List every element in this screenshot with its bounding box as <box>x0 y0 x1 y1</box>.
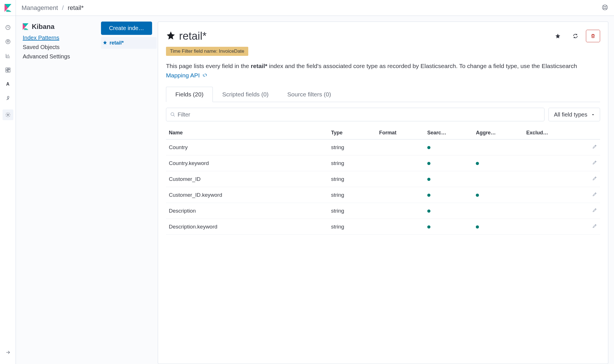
search-icon <box>170 112 175 117</box>
table-row: Descriptionstring <box>166 203 600 219</box>
index-pattern-detail: retail* Time Filter field <box>158 22 608 364</box>
field-type-select[interactable]: All field types <box>548 108 600 121</box>
field-format <box>376 203 424 219</box>
col-name[interactable]: Name <box>166 126 328 139</box>
help-icon[interactable] <box>602 4 608 12</box>
table-row: Countrystring <box>166 139 600 155</box>
field-searchable <box>424 187 473 203</box>
edit-field-button[interactable] <box>592 192 597 198</box>
field-type: string <box>328 171 377 187</box>
time-filter-badge: Time Filter field name: InvoiceDate <box>166 47 248 56</box>
field-aggregatable <box>473 219 523 235</box>
filter-input[interactable] <box>178 111 540 118</box>
mapping-api-link[interactable]: Mapping API <box>166 72 200 79</box>
col-excluded[interactable]: Exclud… <box>523 126 578 139</box>
collapse-icon[interactable] <box>5 349 11 355</box>
field-searchable <box>424 203 473 219</box>
edit-field-button[interactable] <box>592 224 597 230</box>
field-type: string <box>328 187 377 203</box>
dot-icon <box>476 225 479 228</box>
topbar: Management / retail* <box>16 0 614 16</box>
delete-button[interactable] <box>586 30 600 42</box>
field-excluded <box>523 203 578 219</box>
desc-mid: index and the field's associated core ty… <box>267 63 577 69</box>
tabs: Fields (20) Scripted fields (0) Source f… <box>166 87 600 102</box>
field-format <box>376 171 424 187</box>
col-format[interactable]: Format <box>376 126 424 139</box>
filter-input-wrap[interactable] <box>166 108 544 121</box>
fields-table: Name Type Format Searc… Aggre… Exclud… C… <box>166 126 600 235</box>
table-row: Customer_ID.keywordstring <box>166 187 600 203</box>
description-text: This page lists every field in the retai… <box>166 62 600 80</box>
star-filled-icon <box>166 31 176 41</box>
dot-icon <box>476 194 479 197</box>
field-name: Customer_ID <box>166 171 328 187</box>
field-aggregatable <box>473 139 523 155</box>
set-default-button[interactable] <box>551 30 565 42</box>
col-aggregatable[interactable]: Aggre… <box>473 126 523 139</box>
pattern-item-retail[interactable]: retail* <box>101 37 157 49</box>
field-format <box>376 219 424 235</box>
field-searchable <box>424 139 473 155</box>
management-icon[interactable] <box>3 109 13 120</box>
sidebar-link-advanced-settings[interactable]: Advanced Settings <box>23 53 95 60</box>
tab-source-filters[interactable]: Source filters (0) <box>278 87 340 102</box>
devtools-icon[interactable] <box>5 95 11 101</box>
field-aggregatable <box>473 187 523 203</box>
sidebar-link-saved-objects[interactable]: Saved Objects <box>23 44 95 50</box>
field-name: Description.keyword <box>166 219 328 235</box>
svg-rect-4 <box>8 69 10 72</box>
svg-rect-3 <box>8 68 10 69</box>
breadcrumb-current: retail* <box>68 4 84 12</box>
pattern-item-label: retail* <box>110 40 124 46</box>
field-aggregatable <box>473 155 523 171</box>
field-excluded <box>523 219 578 235</box>
svg-point-9 <box>171 113 174 116</box>
field-excluded <box>523 155 578 171</box>
field-type: string <box>328 219 377 235</box>
breadcrumb-root[interactable]: Management <box>22 4 58 12</box>
recent-icon[interactable] <box>5 24 11 31</box>
create-index-pattern-button[interactable]: Create inde… <box>101 22 152 35</box>
page-title: retail* <box>179 30 207 42</box>
svg-rect-2 <box>6 68 8 70</box>
star-icon <box>103 40 107 46</box>
icon-rail: A <box>0 0 16 364</box>
edit-field-button[interactable] <box>592 160 597 166</box>
field-name: Country.keyword <box>166 155 328 171</box>
apm-icon[interactable]: A <box>5 81 11 87</box>
col-searchable[interactable]: Searc… <box>424 126 473 139</box>
table-row: Customer_IDstring <box>166 171 600 187</box>
desc-pre: This page lists every field in the <box>166 63 251 69</box>
kibana-logo[interactable] <box>0 0 16 16</box>
type-select-label: All field types <box>554 111 587 118</box>
sidebar-link-index-patterns[interactable]: Index Patterns <box>23 35 95 41</box>
field-name: Description <box>166 203 328 219</box>
refresh-button[interactable] <box>568 30 583 42</box>
svg-point-6 <box>7 114 9 116</box>
field-aggregatable <box>473 203 523 219</box>
field-type: string <box>328 203 377 219</box>
visualize-icon[interactable] <box>5 53 11 59</box>
breadcrumb-sep: / <box>62 4 64 12</box>
field-type: string <box>328 139 377 155</box>
field-searchable <box>424 155 473 171</box>
col-type[interactable]: Type <box>328 126 377 139</box>
dot-icon <box>476 162 479 165</box>
dot-icon <box>427 194 430 197</box>
sidebar-title: Kibana <box>32 23 54 31</box>
dashboard-icon[interactable] <box>5 67 11 73</box>
external-link-icon <box>203 72 207 79</box>
kibana-small-logo <box>23 23 28 30</box>
edit-field-button[interactable] <box>592 208 597 214</box>
discover-icon[interactable] <box>5 39 11 45</box>
edit-field-button[interactable] <box>592 176 597 182</box>
tab-scripted-fields[interactable]: Scripted fields (0) <box>213 87 278 102</box>
tab-fields[interactable]: Fields (20) <box>166 87 213 102</box>
field-format <box>376 187 424 203</box>
field-searchable <box>424 219 473 235</box>
edit-field-button[interactable] <box>592 144 597 150</box>
field-searchable <box>424 171 473 187</box>
dot-icon <box>427 225 430 228</box>
desc-bold: retail* <box>251 63 267 69</box>
